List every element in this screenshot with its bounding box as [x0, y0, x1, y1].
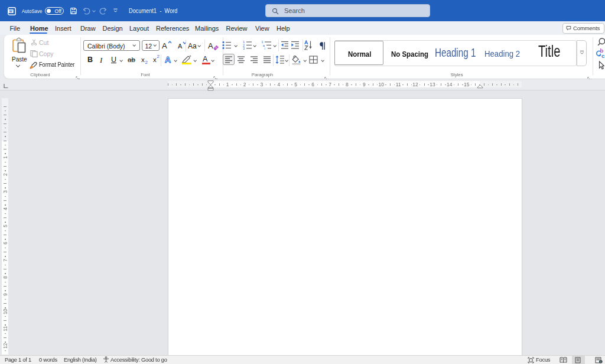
svg-text:i: i — [600, 359, 601, 363]
